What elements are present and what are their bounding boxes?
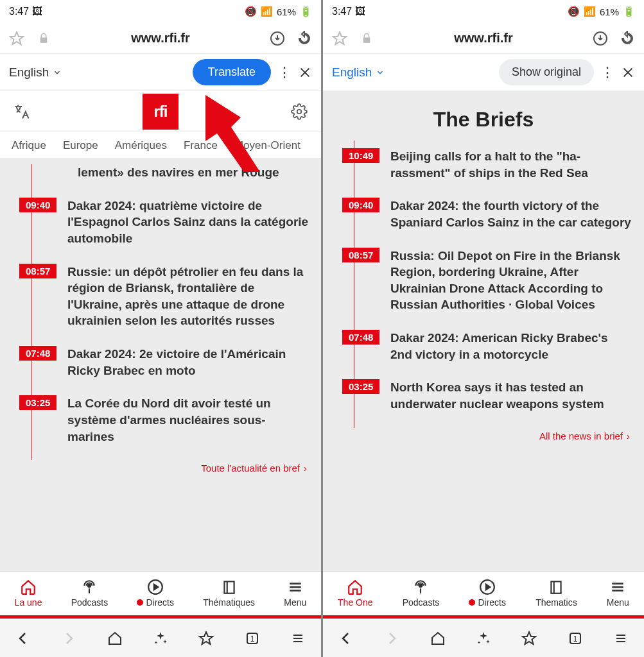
svg-marker-0 bbox=[10, 32, 23, 44]
status-bar: 3:47 🖼 📵 📶 61% 🔋 bbox=[323, 0, 644, 23]
show-original-button[interactable]: Show original bbox=[499, 59, 594, 85]
nav-live[interactable]: Directs bbox=[137, 578, 174, 608]
nav-live[interactable]: Directs bbox=[469, 578, 506, 608]
close-icon[interactable] bbox=[298, 65, 312, 80]
content-area[interactable]: lement» des navires en mer Rouge 09:40 D… bbox=[0, 159, 321, 571]
language-select[interactable]: English bbox=[332, 65, 385, 80]
reload-icon[interactable] bbox=[618, 30, 636, 47]
nav-podcasts[interactable]: Podcasts bbox=[403, 578, 440, 608]
brief-headline: Dakar 2024: American Ricky Bra­bec's 2nd… bbox=[390, 330, 632, 363]
url-text[interactable]: www.rfi.fr bbox=[385, 31, 582, 46]
download-icon[interactable] bbox=[268, 30, 286, 47]
browser-bottom-bar: 1 bbox=[0, 619, 321, 657]
status-right: 📵 📶 61% 🔋 bbox=[245, 6, 312, 17]
browser-bottom-bar: 1 bbox=[323, 619, 644, 657]
battery-icon: 🔋 bbox=[300, 6, 312, 17]
menu-icon bbox=[609, 578, 626, 596]
svg-marker-26 bbox=[486, 584, 491, 590]
svg-point-24 bbox=[419, 584, 422, 587]
nav-tab[interactable]: Amériques bbox=[115, 139, 167, 152]
translate-button[interactable]: Translate bbox=[193, 59, 271, 85]
site-header: rfi bbox=[0, 91, 321, 132]
brief-headline: Russia: Oil Depot on Fire in the Briansk… bbox=[390, 248, 632, 314]
nav-home[interactable]: The One bbox=[338, 578, 372, 608]
menu-icon bbox=[287, 578, 304, 596]
brief-headline: Dakar 2024: 2e victoire de l'Amé­ricain … bbox=[67, 346, 309, 379]
nav-podcasts[interactable]: Podcasts bbox=[71, 578, 109, 608]
nav-tab[interactable]: Afrique bbox=[12, 139, 46, 152]
nav-tabs[interactable]: Afrique Europe Amériques France Moyen-Or… bbox=[0, 132, 321, 159]
back-icon[interactable] bbox=[337, 629, 355, 647]
back-icon[interactable] bbox=[14, 629, 32, 647]
briefs-timeline: lement» des navires en mer Rouge 09:40 D… bbox=[31, 164, 309, 460]
url-bar: www.rfi.fr bbox=[0, 23, 321, 54]
nav-tab[interactable]: France bbox=[184, 139, 218, 152]
brief-item[interactable]: 08:57 Russia: Oil Depot on Fire in the B… bbox=[354, 240, 632, 323]
briefs-timeline: 10:49 Beijing calls for a halt to the "h… bbox=[354, 141, 632, 428]
nav-menu[interactable]: Menu bbox=[284, 578, 306, 608]
status-time: 3:47 🖼 bbox=[332, 6, 365, 17]
brief-time: 08:57 bbox=[342, 248, 379, 262]
brief-item[interactable]: 08:57 Russie: un dépôt pétrolier en feu … bbox=[31, 256, 309, 339]
translate-lang-icon[interactable] bbox=[13, 103, 31, 121]
brief-item[interactable]: 03:25 North Korea says it has tested an … bbox=[354, 371, 632, 421]
close-icon[interactable] bbox=[621, 65, 635, 80]
more-briefs-link[interactable]: All the news in brief› bbox=[335, 428, 632, 441]
sparkle-icon[interactable] bbox=[152, 629, 170, 647]
gear-icon[interactable] bbox=[290, 103, 308, 121]
brief-item[interactable]: 09:40 Dakar 2024: the fourth victory of … bbox=[354, 190, 632, 239]
brief-headline: Dakar 2024: quatrième victoire de l'Espa… bbox=[67, 198, 309, 247]
home-icon[interactable] bbox=[106, 629, 124, 647]
signal-icon: 📶 bbox=[261, 6, 273, 17]
brief-item[interactable]: 07:48 Dakar 2024: 2e victoire de l'Amé­r… bbox=[31, 338, 309, 388]
site-bottom-nav: La une Podcasts Directs Thématiques Menu bbox=[0, 571, 321, 619]
more-options-icon[interactable]: ⋮ bbox=[277, 64, 292, 81]
brief-item[interactable]: 10:49 Beijing calls for a halt to the "h… bbox=[354, 141, 632, 190]
site-bottom-nav: The One Podcasts Directs Thematics Menu bbox=[323, 571, 644, 619]
brief-time: 08:57 bbox=[19, 264, 57, 278]
language-select[interactable]: English bbox=[9, 65, 62, 80]
more-briefs-link[interactable]: Toute l'actualité en bref› bbox=[12, 460, 309, 474]
nav-tab[interactable]: Europe bbox=[63, 139, 98, 152]
svg-rect-8 bbox=[224, 581, 234, 593]
nav-thematics[interactable]: Thematics bbox=[535, 578, 577, 608]
nav-thematics[interactable]: Thématiques bbox=[203, 578, 255, 608]
podcast-icon bbox=[81, 578, 98, 596]
reload-icon[interactable] bbox=[295, 30, 313, 47]
brief-headline: La Corée du Nord dit avoir testé un syst… bbox=[67, 395, 309, 445]
hamburger-icon[interactable] bbox=[612, 629, 630, 647]
nav-menu[interactable]: Menu bbox=[607, 578, 629, 608]
wifi-off-icon: 📵 bbox=[245, 6, 257, 17]
more-options-icon[interactable]: ⋮ bbox=[600, 64, 614, 81]
play-circle-icon bbox=[479, 578, 496, 596]
tabs-icon[interactable]: 1 bbox=[243, 629, 261, 647]
favorite-star-icon[interactable] bbox=[8, 30, 26, 47]
hamburger-icon[interactable] bbox=[289, 629, 307, 647]
sparkle-icon[interactable] bbox=[474, 629, 492, 647]
svg-text:1: 1 bbox=[250, 635, 254, 644]
rfi-logo[interactable]: rfi bbox=[143, 94, 178, 130]
book-icon bbox=[221, 578, 238, 596]
brief-item[interactable]: 07:48 Dakar 2024: American Ricky Bra­bec… bbox=[354, 322, 632, 371]
home-icon bbox=[20, 578, 37, 596]
svg-marker-32 bbox=[523, 632, 535, 644]
brief-time: 03:25 bbox=[19, 395, 57, 410]
download-icon[interactable] bbox=[591, 30, 609, 47]
bookmark-star-icon[interactable] bbox=[520, 629, 538, 647]
brief-headline: lement» des navires en mer Rouge bbox=[78, 164, 279, 181]
nav-tab[interactable]: Moyen-Orient bbox=[234, 139, 300, 152]
favorite-star-icon[interactable] bbox=[331, 30, 349, 47]
brief-item[interactable]: lement» des navires en mer Rouge bbox=[31, 164, 309, 190]
status-time: 3:47 🖼 bbox=[9, 6, 42, 17]
bookmark-star-icon[interactable] bbox=[197, 629, 215, 647]
svg-marker-13 bbox=[200, 632, 213, 644]
tabs-icon[interactable]: 1 bbox=[566, 629, 584, 647]
content-area[interactable]: The Briefs 10:49 Beijing calls for a hal… bbox=[323, 91, 644, 571]
url-text[interactable]: www.rfi.fr bbox=[62, 31, 259, 46]
nav-home[interactable]: La une bbox=[15, 578, 42, 608]
brief-item[interactable]: 03:25 La Corée du Nord dit avoir testé u… bbox=[31, 388, 309, 454]
svg-rect-27 bbox=[552, 581, 561, 593]
section-title: The Briefs bbox=[323, 91, 644, 141]
brief-item[interactable]: 09:40 Dakar 2024: quatrième victoire de … bbox=[31, 190, 309, 256]
home-icon[interactable] bbox=[429, 629, 447, 647]
